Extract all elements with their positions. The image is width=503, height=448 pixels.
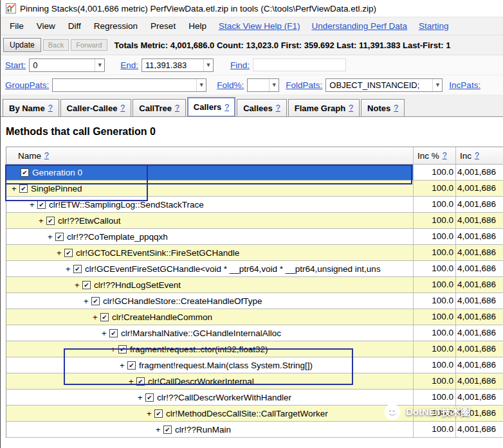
tab-help-link[interactable]: ? (224, 103, 229, 112)
row-name-cell[interactable]: +✔fragment!request..ctor(int32,float32) (6, 341, 413, 357)
tab-help-link[interactable]: ? (175, 103, 179, 112)
foldpct-label[interactable]: Fold%: (217, 80, 244, 90)
row-checkbox[interactable]: ✔ (37, 201, 46, 209)
expand-icon[interactable]: + (120, 361, 127, 370)
column-help-link[interactable]: ? (443, 151, 447, 160)
row-checkbox[interactable]: ✔ (64, 249, 73, 257)
foldpct-combobox[interactable]: ▼ (247, 78, 279, 92)
foldpats-combobox[interactable]: OBJECT_INSTANCEID; ▼ (325, 78, 443, 92)
row-name-cell[interactable]: +✔fragment!request.Main(class System.Str… (6, 357, 413, 373)
column-header-name[interactable]: Name ? (6, 147, 413, 164)
chevron-down-icon[interactable]: ▼ (203, 59, 213, 71)
tab-notes[interactable]: Notes ? (361, 99, 405, 116)
expand-icon[interactable]: + (156, 425, 163, 435)
grouppats-combobox[interactable]: ▼ (52, 78, 206, 92)
link-starting[interactable]: Starting (413, 19, 455, 33)
menu-help[interactable]: Help (182, 19, 213, 33)
row-checkbox[interactable]: ✔ (19, 184, 28, 193)
incpats-label[interactable]: IncPats: (449, 80, 480, 90)
row-name-cell[interactable]: +✔clr!CallDescrWorkerInternal (6, 373, 413, 389)
table-row[interactable]: +✔clr!??RunMain100.04,001,686 (6, 422, 503, 438)
expand-icon[interactable]: + (75, 280, 82, 290)
row-checkbox[interactable]: ✔ (73, 265, 82, 273)
table-row[interactable]: +✔clr!CreateHandleCommon100.04,001,686 (6, 309, 503, 325)
tab-help-link[interactable]: ? (120, 103, 125, 112)
link-understanding-perf-data[interactable]: Understanding Perf Data (306, 19, 413, 33)
table-row[interactable]: ✔Generation 0100.04,001,686 (6, 165, 503, 181)
table-row[interactable]: +✔clr!MarshalNative::GCHandleInternalAll… (6, 325, 503, 341)
expand-icon[interactable]: + (111, 345, 118, 354)
table-row[interactable]: +✔fragment!request.Main(class System.Str… (6, 357, 503, 373)
chevron-down-icon[interactable]: ▼ (196, 79, 206, 91)
foldpats-label[interactable]: FoldPats: (286, 80, 322, 90)
row-name-cell[interactable]: +✔clr!??CoTemplate_ppqqxh (6, 229, 413, 244)
end-label[interactable]: End: (120, 60, 138, 70)
row-checkbox[interactable]: ✔ (21, 168, 29, 177)
expand-icon[interactable]: + (12, 184, 19, 193)
column-header-inc-percent[interactable]: Inc % ? (413, 147, 455, 164)
update-button[interactable]: Update (3, 38, 41, 52)
row-name-cell[interactable]: +✔clr!??EtwCallout (6, 213, 413, 228)
row-checkbox[interactable]: ✔ (46, 217, 55, 225)
tab-callees[interactable]: Callees ? (237, 99, 287, 116)
table-row[interactable]: +✔clr!MethodDescCallSite::CallTargetWork… (6, 406, 503, 422)
menu-file[interactable]: File (3, 19, 30, 33)
row-name-cell[interactable]: +✔clr!??CallDescrWorkerWithHandler (6, 390, 413, 405)
row-checkbox[interactable]: ✔ (109, 329, 118, 337)
column-help-link[interactable]: ? (44, 151, 49, 160)
tab-by-name[interactable]: By Name ? (3, 99, 59, 116)
menu-preset[interactable]: Preset (144, 19, 182, 33)
start-combobox[interactable]: 0 ▼ (29, 58, 105, 72)
back-button[interactable]: Back (43, 39, 69, 51)
row-checkbox[interactable]: ✔ (55, 233, 64, 241)
tab-calltree[interactable]: CallTree ? (133, 99, 186, 116)
row-checkbox[interactable]: ✔ (91, 297, 100, 305)
link-stack-view-help[interactable]: Stack View Help (F1) (213, 19, 306, 33)
row-checkbox[interactable]: ✔ (145, 393, 154, 402)
expand-icon[interactable]: + (93, 312, 100, 322)
tab-help-link[interactable]: ? (394, 103, 398, 112)
forward-button[interactable]: Forward (71, 39, 107, 51)
menu-regression[interactable]: Regression (87, 19, 144, 33)
table-row[interactable]: +✔clr!??EtwCallout100.04,001,686 (6, 213, 503, 229)
column-help-link[interactable]: ? (475, 151, 479, 160)
row-checkbox[interactable]: ✔ (82, 281, 91, 289)
start-label[interactable]: Start: (5, 60, 26, 70)
expand-icon[interactable]: + (138, 393, 145, 402)
table-row[interactable]: +✔clr!??CallDescrWorkerWithHandler100.04… (6, 390, 503, 406)
row-name-cell[interactable]: +✔clr!GCToCLREventSink::FireSetGCHandle (6, 245, 413, 260)
expand-icon[interactable]: + (39, 216, 46, 226)
find-input[interactable] (253, 58, 346, 71)
tab-flame-graph[interactable]: Flame Graph ? (288, 99, 360, 116)
expand-icon[interactable]: + (30, 200, 37, 210)
table-row[interactable]: +✔clr!GCToCLREventSink::FireSetGCHandle1… (6, 245, 503, 261)
find-label[interactable]: Find: (230, 60, 250, 70)
table-row[interactable]: +✔clr!GCEventFireSetGCHandle<void * __pt… (6, 261, 503, 277)
expand-icon[interactable]: + (66, 264, 73, 274)
table-row[interactable]: +✔clr!ETW::SamplingLog::SendStackTrace10… (6, 197, 503, 213)
chevron-down-icon[interactable]: ▼ (432, 79, 442, 91)
tab-caller-callee[interactable]: Caller-Callee ? (60, 99, 132, 116)
row-checkbox[interactable]: ✔ (118, 345, 127, 354)
row-name-cell[interactable]: +✔clr!??HndLogSetEvent (6, 277, 413, 292)
end-combobox[interactable]: 11,391.383 ▼ (142, 58, 214, 72)
row-checkbox[interactable]: ✔ (136, 377, 145, 386)
tab-callers[interactable]: Callers ? (187, 97, 235, 116)
expand-icon[interactable]: + (84, 296, 91, 306)
row-name-cell[interactable]: +✔clr!??RunMain (6, 422, 413, 437)
table-row[interactable]: +✔SinglePinned100.04,001,686 (6, 181, 503, 197)
row-name-cell[interactable]: +✔clr!CreateHandleCommon (6, 309, 413, 325)
row-name-cell[interactable]: +✔clr!MethodDescCallSite::CallTargetWork… (6, 406, 413, 421)
tab-help-link[interactable]: ? (48, 103, 53, 112)
table-row[interactable]: +✔clr!CallDescrWorkerInternal100.04,001,… (6, 373, 503, 390)
grouppats-label[interactable]: GroupPats: (5, 80, 49, 90)
row-name-cell[interactable]: +✔SinglePinned (6, 181, 413, 196)
table-row[interactable]: +✔clr!??HndLogSetEvent100.04,001,686 (6, 277, 503, 293)
row-name-cell[interactable]: +✔clr!GCHandleStore::CreateHandleOfType (6, 293, 413, 309)
tab-help-link[interactable]: ? (276, 103, 280, 112)
column-header-inc[interactable]: Inc ? (455, 147, 503, 164)
menu-diff[interactable]: Diff (62, 19, 87, 33)
row-checkbox[interactable]: ✔ (163, 426, 172, 434)
tab-help-link[interactable]: ? (349, 103, 353, 112)
chevron-down-icon[interactable]: ▼ (269, 79, 279, 91)
